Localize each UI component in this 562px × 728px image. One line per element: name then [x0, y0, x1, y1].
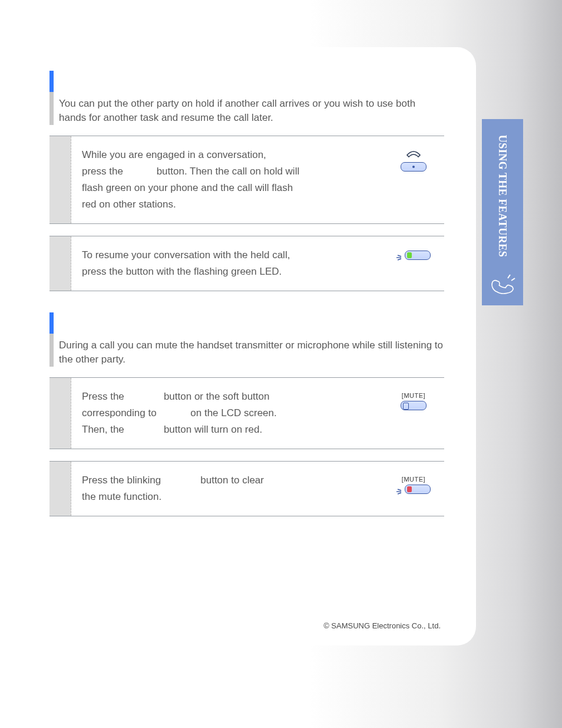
hold-step-1: While you are engaged in a conversation,…	[49, 136, 444, 224]
section-hold-intro: You can put the other party on hold if a…	[49, 71, 444, 125]
mute-step-1: Press the [MUTE] button or the soft butt…	[49, 377, 444, 449]
accent-bar-blue	[49, 71, 54, 92]
phone-ring-icon	[489, 271, 517, 299]
section-mute-intro: During a call you can mute the handset t…	[49, 312, 444, 367]
mute-step2-illustration: [MUTE]	[389, 472, 438, 505]
side-tab: USING THE FEATURES	[482, 119, 523, 305]
mute-intro-text: During a call you can mute the handset t…	[59, 338, 444, 367]
mute-step1-illustration: [MUTE]	[389, 388, 438, 438]
hold-step1-text: While you are engaged in a conversation,…	[82, 147, 389, 213]
hold-step1-illustration	[389, 147, 438, 213]
side-tab-label-wrap: USING THE FEATURES	[482, 131, 523, 261]
side-tab-label: USING THE FEATURES	[497, 134, 509, 256]
step-number-column	[49, 136, 71, 223]
mute-step2-text: Press the blinking [MUTE] button to clea…	[82, 472, 389, 505]
phone-key-green-icon	[405, 251, 431, 260]
hold-step-2: To resume your conversation with the hel…	[49, 236, 444, 291]
svg-line-6	[508, 275, 510, 278]
mute-label: [MUTE]	[389, 392, 438, 399]
phone-key-red-icon	[405, 485, 431, 494]
step-number-column	[49, 236, 71, 291]
accent-bar-blue	[49, 312, 54, 334]
svg-line-2	[398, 259, 401, 260]
step-number-column	[49, 378, 71, 449]
handset-icon	[406, 150, 421, 161]
phone-key-plain-icon	[401, 401, 427, 410]
content-card: You can put the other party on hold if a…	[18, 47, 476, 645]
flash-rays-icon	[396, 487, 404, 496]
accent-bar-gray	[49, 334, 54, 367]
hold-intro-text: You can put the other party on hold if a…	[59, 97, 444, 125]
svg-line-0	[398, 255, 401, 256]
flash-rays-icon	[396, 253, 404, 262]
copyright-text: © SAMSUNG Electronics Co., Ltd.	[323, 621, 441, 630]
phone-key-icon	[401, 162, 427, 172]
accent-bar-gray	[49, 92, 54, 125]
step-number-column	[49, 462, 71, 516]
svg-line-5	[398, 493, 401, 494]
mute-step-2: Press the blinking [MUTE] button to clea…	[49, 461, 444, 516]
hold-step2-text: To resume your conversation with the hel…	[82, 247, 389, 280]
mute-step1-text: Press the [MUTE] button or the soft butt…	[82, 388, 389, 438]
mute-label: [MUTE]	[389, 476, 438, 483]
svg-line-3	[398, 489, 401, 490]
page: You can put the other party on hold if a…	[0, 0, 562, 728]
hold-step2-illustration	[389, 247, 438, 280]
svg-line-7	[511, 278, 515, 281]
